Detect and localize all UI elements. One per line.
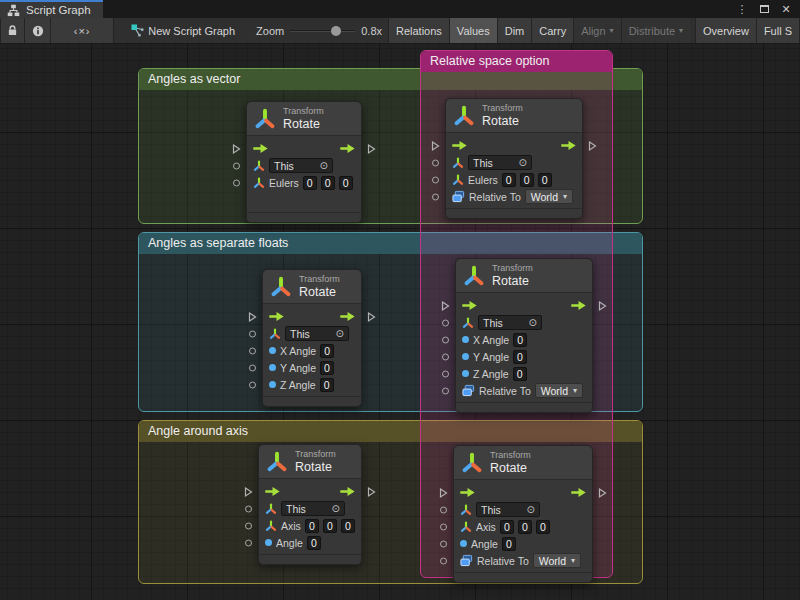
flow-output-port[interactable] bbox=[367, 486, 376, 497]
flow-input-port[interactable] bbox=[232, 143, 241, 154]
value-input-port[interactable] bbox=[440, 540, 447, 547]
value-field-x[interactable]: 0 bbox=[305, 519, 319, 533]
flow-output-port[interactable] bbox=[588, 140, 597, 151]
value-field[interactable]: 0 bbox=[320, 344, 334, 358]
value-input-port[interactable] bbox=[442, 370, 449, 377]
new-script-graph-button[interactable]: New Script Graph bbox=[124, 18, 242, 43]
node-header[interactable]: Transform Rotate bbox=[454, 446, 592, 480]
value-field-y[interactable]: 0 bbox=[321, 176, 335, 190]
value-input-port[interactable] bbox=[249, 330, 256, 337]
value-field-y[interactable]: 0 bbox=[518, 520, 532, 534]
zoom-slider-handle[interactable] bbox=[331, 26, 341, 36]
value-input-port[interactable] bbox=[442, 336, 449, 343]
relations-toggle[interactable]: Relations bbox=[388, 18, 449, 43]
flow-arrow-icon[interactable] bbox=[269, 312, 284, 321]
value-field[interactable]: 0 bbox=[513, 367, 527, 381]
value-field[interactable]: 0 bbox=[320, 361, 334, 375]
value-input-port[interactable] bbox=[245, 539, 252, 546]
value-input-port[interactable] bbox=[249, 364, 256, 371]
flow-input-port[interactable] bbox=[244, 486, 253, 497]
value-input-port[interactable] bbox=[432, 176, 439, 183]
relative-to-dropdown[interactable]: World ▾ bbox=[535, 383, 583, 398]
relative-to-dropdown[interactable]: World ▾ bbox=[533, 553, 581, 568]
zoom-slider[interactable] bbox=[290, 18, 355, 43]
value-input-port[interactable] bbox=[440, 523, 447, 530]
value-field-y[interactable]: 0 bbox=[520, 173, 534, 187]
node-header[interactable]: Transform Rotate bbox=[259, 445, 361, 479]
this-field[interactable]: This ⊙ bbox=[269, 158, 333, 173]
flow-arrow-icon[interactable] bbox=[340, 312, 355, 321]
value-input-port[interactable] bbox=[442, 387, 449, 394]
value-field-x[interactable]: 0 bbox=[502, 173, 516, 187]
value-field-z[interactable]: 0 bbox=[341, 519, 355, 533]
maximize-button[interactable] bbox=[756, 1, 772, 17]
fullscreen-button[interactable]: Full S bbox=[756, 18, 800, 43]
distribute-dropdown[interactable]: Distribute ▾ bbox=[621, 18, 690, 43]
value-input-port[interactable] bbox=[432, 193, 439, 200]
value-field-x[interactable]: 0 bbox=[500, 520, 514, 534]
value-input-port[interactable] bbox=[233, 179, 240, 186]
value-field-y[interactable]: 0 bbox=[323, 519, 337, 533]
info-button[interactable] bbox=[24, 18, 50, 43]
values-toggle[interactable]: Values bbox=[449, 18, 497, 43]
this-field[interactable]: This ⊙ bbox=[285, 326, 349, 341]
flow-arrow-icon[interactable] bbox=[253, 144, 268, 153]
value-input-port[interactable] bbox=[442, 353, 449, 360]
flow-arrow-icon[interactable] bbox=[265, 487, 280, 496]
group-title[interactable]: Relative space option bbox=[421, 51, 612, 72]
this-field[interactable]: This ⊙ bbox=[281, 501, 345, 516]
value-field[interactable]: 0 bbox=[307, 536, 321, 550]
close-button[interactable]: ✕ bbox=[778, 1, 794, 17]
flow-arrow-icon[interactable] bbox=[462, 301, 477, 310]
value-input-port[interactable] bbox=[440, 557, 447, 564]
value-field[interactable]: 0 bbox=[513, 333, 527, 347]
flow-input-port[interactable] bbox=[431, 140, 440, 151]
value-field-z[interactable]: 0 bbox=[538, 173, 552, 187]
value-input-port[interactable] bbox=[432, 159, 439, 166]
value-input-port[interactable] bbox=[233, 162, 240, 169]
flow-input-port[interactable] bbox=[248, 311, 257, 322]
lock-button[interactable] bbox=[0, 18, 24, 43]
node-transform-rotate[interactable]: Transform Rotate This ⊙ bbox=[262, 269, 362, 407]
value-field[interactable]: 0 bbox=[502, 537, 516, 551]
this-field[interactable]: This ⊙ bbox=[478, 315, 542, 330]
node-header[interactable]: Transform Rotate bbox=[263, 270, 361, 304]
flow-input-port[interactable] bbox=[441, 300, 450, 311]
node-transform-rotate[interactable]: Transform Rotate This ⊙ bbox=[246, 101, 362, 223]
align-dropdown[interactable]: Align ▾ bbox=[573, 18, 620, 43]
flow-output-port[interactable] bbox=[367, 143, 376, 154]
flow-arrow-icon[interactable] bbox=[571, 488, 586, 497]
carry-toggle[interactable]: Carry bbox=[531, 18, 573, 43]
node-transform-rotate[interactable]: Transform Rotate This ⊙ bbox=[455, 258, 593, 413]
value-input-port[interactable] bbox=[442, 319, 449, 326]
value-field-x[interactable]: 0 bbox=[303, 176, 317, 190]
flow-output-port[interactable] bbox=[598, 300, 607, 311]
node-header[interactable]: Transform Rotate bbox=[247, 102, 361, 136]
node-transform-rotate[interactable]: Transform Rotate This ⊙ bbox=[445, 98, 583, 219]
value-input-port[interactable] bbox=[245, 505, 252, 512]
value-field[interactable]: 0 bbox=[513, 350, 527, 364]
flow-arrow-icon[interactable] bbox=[571, 301, 586, 310]
overview-button[interactable]: Overview bbox=[695, 18, 756, 43]
node-transform-rotate[interactable]: Transform Rotate This ⊙ bbox=[453, 445, 593, 583]
value-input-port[interactable] bbox=[249, 381, 256, 388]
window-menu-button[interactable]: ⋮ bbox=[734, 1, 750, 17]
flow-arrow-icon[interactable] bbox=[452, 141, 467, 150]
value-field-z[interactable]: 0 bbox=[339, 176, 353, 190]
flow-input-port[interactable] bbox=[439, 487, 448, 498]
relative-to-dropdown[interactable]: World ▾ bbox=[525, 189, 573, 204]
dim-toggle[interactable]: Dim bbox=[497, 18, 532, 43]
node-header[interactable]: Transform Rotate bbox=[446, 99, 582, 133]
tab-script-graph[interactable]: Script Graph bbox=[0, 0, 103, 18]
code-preview-button[interactable]: ‹×› bbox=[50, 18, 113, 43]
node-header[interactable]: Transform Rotate bbox=[456, 259, 592, 293]
flow-output-port[interactable] bbox=[367, 311, 376, 322]
graph-canvas[interactable]: Angles as vector Angles as separate floa… bbox=[0, 44, 800, 600]
zoom-slider-track[interactable] bbox=[290, 30, 355, 32]
node-transform-rotate[interactable]: Transform Rotate This ⊙ bbox=[258, 444, 362, 565]
value-input-port[interactable] bbox=[249, 347, 256, 354]
value-field-z[interactable]: 0 bbox=[536, 520, 550, 534]
value-input-port[interactable] bbox=[245, 522, 252, 529]
value-field[interactable]: 0 bbox=[320, 378, 334, 392]
flow-arrow-icon[interactable] bbox=[340, 487, 355, 496]
